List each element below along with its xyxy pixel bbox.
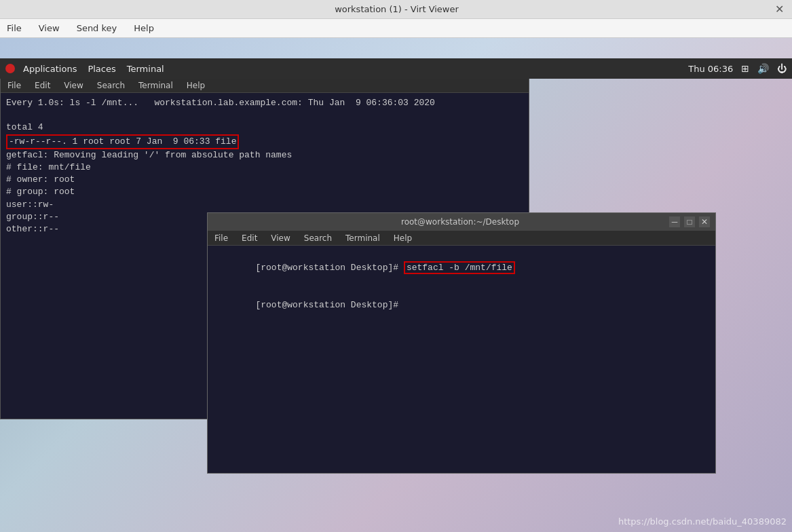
term2-line2: [root@workstation Desktop]#	[213, 287, 710, 324]
terminal2-menu: File Edit View Search Terminal Help	[208, 231, 715, 246]
terminal2-buttons: ─ □ ✕	[666, 216, 710, 227]
desktop: Applications Places Terminal Thu 06:36 ⊞…	[0, 39, 792, 532]
term1-menu-help[interactable]: Help	[184, 80, 208, 91]
taskbar-right: Thu 06:36 ⊞ 🔊 ⏻	[688, 63, 787, 74]
term1-line8: # group: root	[6, 186, 523, 198]
term1-line3: total 4	[6, 121, 523, 134]
terminal-window-2: root@workstation:~/Desktop ─ □ ✕ File Ed…	[207, 212, 716, 474]
term1-line7: # owner: root	[6, 174, 523, 186]
network-icon[interactable]: ⊞	[741, 63, 749, 74]
term2-menu-file[interactable]: File	[212, 233, 231, 244]
virt-viewer-titlebar: workstation (1) - Virt Viewer ✕	[0, 0, 792, 19]
term1-line2	[6, 109, 523, 121]
terminal2-maximize[interactable]: □	[684, 216, 695, 227]
term1-line4-container: -rw-r--r--. 1 root root 7 Jan 9 06:33 fi…	[6, 134, 523, 149]
term2-line1: [root@workstation Desktop]# setfacl -b /…	[213, 250, 710, 287]
terminal2-body: [root@workstation Desktop]# setfacl -b /…	[208, 246, 715, 473]
term1-menu-terminal[interactable]: Terminal	[136, 80, 176, 91]
menu-view[interactable]: View	[35, 22, 63, 35]
term2-menu-view[interactable]: View	[268, 233, 293, 244]
term1-menu-view[interactable]: View	[61, 80, 86, 91]
term2-cmd1-highlighted: setfacl -b /mnt/file	[404, 261, 515, 274]
menu-help[interactable]: Help	[130, 22, 157, 35]
term2-menu-terminal[interactable]: Terminal	[343, 233, 383, 244]
term1-menu-edit[interactable]: Edit	[32, 80, 53, 91]
terminal2-close[interactable]: ✕	[699, 216, 710, 227]
term2-menu-search[interactable]: Search	[301, 233, 335, 244]
virt-viewer-title: workstation (1) - Virt Viewer	[20, 4, 773, 14]
terminal2-title: root@workstation:~/Desktop	[254, 217, 666, 227]
term1-line1: Every 1.0s: ls -l /mnt... workstation.la…	[6, 97, 523, 109]
terminal-label[interactable]: Terminal	[124, 62, 167, 75]
gnome-taskbar: Applications Places Terminal Thu 06:36 ⊞…	[0, 58, 792, 79]
term1-menu-search[interactable]: Search	[94, 80, 128, 91]
term1-line5: getfacl: Removing leading '/' from absol…	[6, 149, 523, 162]
taskbar-time: Thu 06:36	[688, 64, 733, 74]
term1-line9: user::rw-	[6, 199, 523, 211]
virt-viewer-close-button[interactable]: ✕	[773, 3, 785, 16]
term1-line6: # file: mnt/file	[6, 162, 523, 174]
applications-label[interactable]: Applications	[20, 62, 79, 75]
term2-space1	[398, 263, 404, 273]
terminal2-minimize[interactable]: ─	[669, 216, 680, 227]
menu-sendkey[interactable]: Send key	[73, 22, 121, 35]
terminal1-menu: File Edit View Search Terminal Help	[1, 78, 529, 93]
term1-menu-file[interactable]: File	[5, 80, 24, 91]
term2-menu-help[interactable]: Help	[391, 233, 415, 244]
term1-line4-highlighted: -rw-r--r--. 1 root root 7 Jan 9 06:33 fi…	[6, 134, 239, 149]
menu-file[interactable]: File	[3, 22, 25, 35]
terminal2-titlebar: root@workstation:~/Desktop ─ □ ✕	[208, 213, 715, 231]
term2-menu-edit[interactable]: Edit	[239, 233, 260, 244]
volume-icon[interactable]: 🔊	[757, 63, 769, 74]
applications-icon	[5, 64, 15, 73]
virt-viewer-menubar: File View Send key Help	[0, 19, 792, 38]
places-label[interactable]: Places	[85, 62, 118, 75]
taskbar-left: Applications Places Terminal	[5, 62, 167, 75]
power-icon[interactable]: ⏻	[777, 63, 787, 74]
